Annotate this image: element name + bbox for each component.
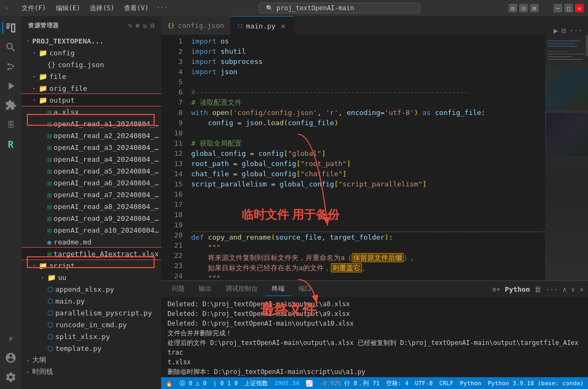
- tree-label-a4: openAI_read_a4_20240804_0...: [54, 155, 161, 163]
- code-line-11: # 获取全局配置: [191, 138, 545, 148]
- status-spaces[interactable]: 空格: 4: [386, 379, 409, 387]
- tree-label-a-xlsx: a.xlsx: [54, 108, 161, 116]
- tree-file-main-py[interactable]: ⬡ main.py: [21, 295, 161, 307]
- status-python-version[interactable]: Python 3.9.18 (base: conda): [488, 380, 584, 387]
- status-warnings[interactable]: | 0 1 0: [213, 380, 238, 387]
- tree-section-timeline[interactable]: ▸ 时间线: [21, 366, 161, 378]
- code-line-20: 将来源文件复制到目标文件夹，并重命名为a（保留原文件后缀）。: [191, 253, 545, 263]
- window-split-btn[interactable]: ⊡: [519, 4, 528, 12]
- tab-ports[interactable]: 端口: [292, 282, 318, 296]
- tree-file-parallelism[interactable]: ⬡ parallelism_pyscript.py: [21, 307, 161, 319]
- tab-config-json[interactable]: {} config.json: [161, 16, 231, 35]
- run-icon[interactable]: ▶: [554, 26, 558, 35]
- menu-file[interactable]: 文件(F): [17, 3, 50, 14]
- code-line-18: def copy_and_rename(source_file, target_…: [191, 232, 545, 242]
- tab-main-py[interactable]: ⬡ main.py ✕: [231, 16, 294, 35]
- tree-file-config-json[interactable]: {} config.json: [21, 59, 161, 70]
- more-actions-icon[interactable]: ···: [569, 26, 583, 35]
- activity-explorer[interactable]: [2, 19, 19, 37]
- panel-trash-icon[interactable]: 🗑: [534, 285, 541, 293]
- tree-file-openai-a9[interactable]: ▦ openAI_read_a9_20240804_0...: [21, 212, 161, 224]
- activity-search[interactable]: [2, 39, 19, 56]
- menu-bar: 文件(F) 编辑(E) 选择(S) 查看(V) ···: [17, 3, 170, 14]
- new-folder-icon[interactable]: ⊕: [136, 21, 140, 30]
- tree-file-openai-a3[interactable]: ▦ openAI_read_a3_20240804_0...: [21, 141, 161, 153]
- tree-folder-output[interactable]: ▾ 📁 output: [21, 94, 161, 106]
- activity-settings[interactable]: [2, 369, 19, 386]
- chevron-down-icon: ▾: [24, 39, 32, 44]
- tree-file-openai-a10[interactable]: ▦ openAI_read_a10_20240804...: [21, 224, 161, 236]
- tree-folder-orig-file[interactable]: ▸ 📁 orig_file: [21, 82, 161, 94]
- status-language[interactable]: Python: [460, 380, 481, 387]
- refresh-icon[interactable]: ↻: [143, 21, 147, 30]
- status-line-ending[interactable]: CRLF: [439, 380, 454, 387]
- xlsx-icon-a1: ▦: [47, 120, 52, 128]
- status-stock-value[interactable]: 2905.34: [274, 380, 299, 387]
- tree-file-a-xlsx[interactable]: ▦ a.xlsx: [21, 106, 161, 118]
- activity-run[interactable]: [2, 77, 19, 95]
- window-layout-btn[interactable]: ⊟: [509, 4, 517, 12]
- tree-file-targetfile[interactable]: ▦ targetfile_AIextract.xlsx: [21, 248, 161, 260]
- tab-output[interactable]: 输出: [192, 282, 218, 296]
- maximize-btn[interactable]: □: [564, 4, 573, 12]
- tree-file-openai-a7[interactable]: ▦ openAI_read_a7_20240804_0...: [21, 189, 161, 200]
- panel-expand-icon[interactable]: ∨: [571, 285, 575, 293]
- activity-extensions[interactable]: [2, 97, 19, 114]
- split-editor-icon[interactable]: ⊟: [561, 26, 565, 35]
- activity-source-control[interactable]: [2, 58, 19, 75]
- tree-file-openai-a1[interactable]: ▦ openAI_read_a1_20240804_0...: [21, 118, 161, 129]
- tree-folder-config[interactable]: ▾ 📁 config: [21, 47, 161, 59]
- activity-db[interactable]: 🗄: [2, 116, 19, 133]
- tree-label-output: output: [49, 96, 161, 104]
- xlsx-icon-a4: ▦: [47, 155, 52, 163]
- tree-section-outline[interactable]: ▸ 大纲: [21, 354, 161, 366]
- tree-folder-uu[interactable]: ▸ 📁 uu: [21, 271, 161, 283]
- tree-file-split-xlsx[interactable]: ⬡ split_xlsx.py: [21, 330, 161, 342]
- tree-file-openai-a5[interactable]: ▦ openAI_read_a5_20240804_0...: [21, 165, 161, 177]
- tab-close-main[interactable]: ✕: [279, 21, 287, 30]
- xlsx-icon-a8: ▦: [47, 203, 52, 211]
- panel-close-icon[interactable]: ✕: [579, 285, 584, 293]
- status-position[interactable]: 行 8，列 71: [344, 379, 380, 387]
- search-box[interactable]: 🔍 proj_textOpenAI-main: [259, 3, 420, 13]
- xlsx-icon-a9: ▦: [47, 214, 52, 222]
- window-more-btn[interactable]: ⊞: [530, 4, 539, 12]
- tree-folder-script[interactable]: ▾ 📁 script: [21, 260, 161, 271]
- menu-edit[interactable]: 编辑(E): [52, 3, 85, 14]
- activity-r[interactable]: R: [2, 135, 19, 153]
- activity-lightning[interactable]: ⚡: [2, 330, 19, 347]
- collapse-icon[interactable]: ⊟: [150, 21, 155, 30]
- panel-more-icon[interactable]: ···: [546, 285, 558, 293]
- code-line-8: with open('config/config.json', 'r', enc…: [191, 107, 545, 118]
- tree-file-readme[interactable]: ◉ readme.md: [21, 236, 161, 248]
- file-tree: ▾ PROJ_TEXTOPENA... ▾ 📁 config {} config…: [21, 35, 161, 389]
- terminal-panel: 问题 输出 调试控制台 终端 端口 ≡▾ Python 🗑 ··· ∧ ∨ ✕: [161, 280, 588, 377]
- tree-label-main-py: main.py: [55, 297, 161, 305]
- minimize-btn[interactable]: ─: [554, 4, 562, 12]
- panel-layout-icon[interactable]: ≡▾: [492, 285, 500, 293]
- status-branch[interactable]: 🔥: [165, 380, 173, 387]
- tree-file-runcode[interactable]: ⬡ runcode_in_cmd.py: [21, 319, 161, 330]
- menu-more[interactable]: ···: [154, 3, 170, 14]
- close-btn[interactable]: ✕: [575, 4, 584, 12]
- code-content[interactable]: import os import shutil import subproces…: [187, 35, 545, 280]
- new-file-icon[interactable]: ✎: [128, 21, 133, 30]
- tab-terminal[interactable]: 终端: [265, 282, 291, 296]
- terminal-output[interactable]: Deleted: D:\proj_textOpenAI-main\output\…: [161, 297, 588, 377]
- menu-view[interactable]: 查看(V): [120, 3, 153, 14]
- activity-account[interactable]: [2, 349, 19, 366]
- tree-folder-file[interactable]: ▸ 📁 file: [21, 70, 161, 82]
- status-errors[interactable]: ⓪ 0 △ 0: [179, 379, 207, 387]
- tree-file-openai-a6[interactable]: ▦ openAI_read_a6_20240804_0...: [21, 177, 161, 189]
- tree-file-openai-a2[interactable]: ▦ openAI_read_a2_20240804_0...: [21, 129, 161, 141]
- panel-collapse-icon[interactable]: ∧: [563, 285, 567, 293]
- tree-file-template[interactable]: ⬡ template.py: [21, 342, 161, 354]
- tree-file-append-xlsx[interactable]: ⬡ append_xlsx.py: [21, 283, 161, 295]
- tab-debug-console[interactable]: 调试控制台: [219, 282, 264, 296]
- tree-file-openai-a4[interactable]: ▦ openAI_read_a4_20240804_0...: [21, 153, 161, 165]
- status-encoding[interactable]: UTF-8: [415, 380, 433, 387]
- menu-select[interactable]: 选择(S): [85, 3, 119, 14]
- tree-project-root[interactable]: ▾ PROJ_TEXTOPENA...: [21, 35, 161, 47]
- tab-problems[interactable]: 问题: [165, 282, 191, 296]
- tree-file-openai-a8[interactable]: ▦ openAI_read_a8_20240804_0...: [21, 200, 161, 212]
